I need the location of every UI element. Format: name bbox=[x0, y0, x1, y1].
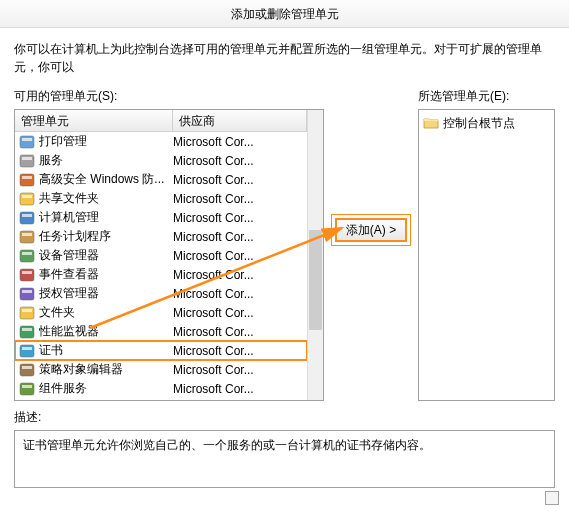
svg-rect-15 bbox=[22, 271, 32, 274]
svg-rect-10 bbox=[20, 231, 34, 243]
svg-rect-9 bbox=[22, 214, 32, 217]
svg-rect-0 bbox=[20, 136, 34, 148]
item-name: 策略对象编辑器 bbox=[39, 361, 173, 378]
item-name: 高级安全 Windows 防... bbox=[39, 171, 173, 188]
list-item[interactable]: 共享文件夹Microsoft Cor... bbox=[15, 189, 307, 208]
svg-rect-20 bbox=[20, 326, 34, 338]
svg-rect-26 bbox=[20, 383, 34, 395]
tree-root-label: 控制台根节点 bbox=[443, 115, 515, 132]
svg-rect-6 bbox=[20, 193, 34, 205]
selected-tree[interactable]: 控制台根节点 bbox=[418, 109, 555, 401]
svg-rect-13 bbox=[22, 252, 32, 255]
item-name: 共享文件夹 bbox=[39, 190, 173, 207]
device-icon bbox=[19, 248, 35, 264]
svg-rect-7 bbox=[22, 195, 32, 198]
list-item[interactable]: 性能监视器Microsoft Cor... bbox=[15, 322, 307, 341]
policy-icon bbox=[19, 362, 35, 378]
item-name: 授权管理器 bbox=[39, 285, 173, 302]
list-header: 管理单元 供应商 bbox=[15, 110, 307, 132]
svg-rect-19 bbox=[22, 309, 32, 312]
svg-rect-22 bbox=[20, 345, 34, 357]
list-item[interactable]: 组件服务Microsoft Cor... bbox=[15, 379, 307, 398]
folder-icon bbox=[423, 115, 439, 131]
svg-rect-11 bbox=[22, 233, 32, 236]
svg-rect-5 bbox=[22, 176, 32, 179]
event-icon bbox=[19, 267, 35, 283]
item-name: 打印管理 bbox=[39, 133, 173, 150]
scroll-thumb[interactable] bbox=[309, 230, 322, 330]
list-item[interactable]: 任务计划程序Microsoft Cor... bbox=[15, 227, 307, 246]
description-box: 证书管理单元允许你浏览自己的、一个服务的或一台计算机的证书存储内容。 bbox=[14, 430, 555, 488]
svg-rect-27 bbox=[22, 385, 32, 388]
item-vendor: Microsoft Cor... bbox=[173, 211, 307, 225]
add-button[interactable]: 添加(A) > bbox=[335, 218, 407, 242]
component-icon bbox=[19, 381, 35, 397]
folder-share-icon bbox=[19, 191, 35, 207]
list-item[interactable]: 服务Microsoft Cor... bbox=[15, 151, 307, 170]
svg-rect-18 bbox=[20, 307, 34, 319]
item-vendor: Microsoft Cor... bbox=[173, 249, 307, 263]
item-name: 文件夹 bbox=[39, 304, 173, 321]
list-item[interactable]: 事件查看器Microsoft Cor... bbox=[15, 265, 307, 284]
svg-rect-23 bbox=[22, 347, 32, 350]
item-vendor: Microsoft Cor... bbox=[173, 344, 307, 358]
available-listbox[interactable]: 管理单元 供应商 打印管理Microsoft Cor...服务Microsoft… bbox=[14, 109, 324, 401]
item-vendor: Microsoft Cor... bbox=[173, 382, 307, 396]
clock-icon bbox=[19, 229, 35, 245]
list-item[interactable]: 证书Microsoft Cor... bbox=[15, 341, 307, 360]
svg-rect-4 bbox=[20, 174, 34, 186]
svg-rect-21 bbox=[22, 328, 32, 331]
auth-icon bbox=[19, 286, 35, 302]
scrollbar[interactable] bbox=[307, 110, 323, 400]
item-vendor: Microsoft Cor... bbox=[173, 306, 307, 320]
svg-rect-8 bbox=[20, 212, 34, 224]
svg-rect-25 bbox=[22, 366, 32, 369]
item-name: 任务计划程序 bbox=[39, 228, 173, 245]
header-name[interactable]: 管理单元 bbox=[15, 110, 173, 131]
computer-icon bbox=[19, 210, 35, 226]
selected-label: 所选管理单元(E): bbox=[418, 88, 555, 105]
item-vendor: Microsoft Cor... bbox=[173, 154, 307, 168]
printer-icon bbox=[19, 134, 35, 150]
list-item[interactable]: 高级安全 Windows 防...Microsoft Cor... bbox=[15, 170, 307, 189]
item-name: 事件查看器 bbox=[39, 266, 173, 283]
folder-icon bbox=[19, 305, 35, 321]
svg-rect-12 bbox=[20, 250, 34, 262]
item-name: 设备管理器 bbox=[39, 247, 173, 264]
cert-icon bbox=[19, 343, 35, 359]
svg-rect-14 bbox=[20, 269, 34, 281]
available-label: 可用的管理单元(S): bbox=[14, 88, 324, 105]
item-name: 计算机管理 bbox=[39, 209, 173, 226]
item-vendor: Microsoft Cor... bbox=[173, 325, 307, 339]
gear-icon bbox=[19, 153, 35, 169]
firewall-icon bbox=[19, 172, 35, 188]
list-item[interactable]: 授权管理器Microsoft Cor... bbox=[15, 284, 307, 303]
item-vendor: Microsoft Cor... bbox=[173, 173, 307, 187]
window-title: 添加或删除管理单元 bbox=[0, 0, 569, 28]
svg-rect-1 bbox=[22, 138, 32, 141]
svg-rect-17 bbox=[22, 290, 32, 293]
item-name: 组件服务 bbox=[39, 380, 173, 397]
item-name: 服务 bbox=[39, 152, 173, 169]
description-label: 描述: bbox=[14, 409, 555, 426]
perf-icon bbox=[19, 324, 35, 340]
header-vendor[interactable]: 供应商 bbox=[173, 110, 307, 131]
item-name: 证书 bbox=[39, 342, 173, 359]
list-item[interactable]: 文件夹Microsoft Cor... bbox=[15, 303, 307, 322]
corner-button[interactable] bbox=[545, 491, 559, 505]
list-item[interactable]: 计算机管理Microsoft Cor... bbox=[15, 208, 307, 227]
tree-root-item[interactable]: 控制台根节点 bbox=[423, 114, 550, 132]
item-vendor: Microsoft Cor... bbox=[173, 287, 307, 301]
list-item[interactable]: 策略对象编辑器Microsoft Cor... bbox=[15, 360, 307, 379]
svg-rect-24 bbox=[20, 364, 34, 376]
svg-rect-16 bbox=[20, 288, 34, 300]
instruction-text: 你可以在计算机上为此控制台选择可用的管理单元并配置所选的一组管理单元。对于可扩展… bbox=[0, 28, 569, 84]
item-vendor: Microsoft Cor... bbox=[173, 135, 307, 149]
item-vendor: Microsoft Cor... bbox=[173, 192, 307, 206]
list-item[interactable]: 打印管理Microsoft Cor... bbox=[15, 132, 307, 151]
item-name: 性能监视器 bbox=[39, 323, 173, 340]
svg-rect-3 bbox=[22, 157, 32, 160]
list-item[interactable]: 设备管理器Microsoft Cor... bbox=[15, 246, 307, 265]
item-vendor: Microsoft Cor... bbox=[173, 363, 307, 377]
item-vendor: Microsoft Cor... bbox=[173, 268, 307, 282]
